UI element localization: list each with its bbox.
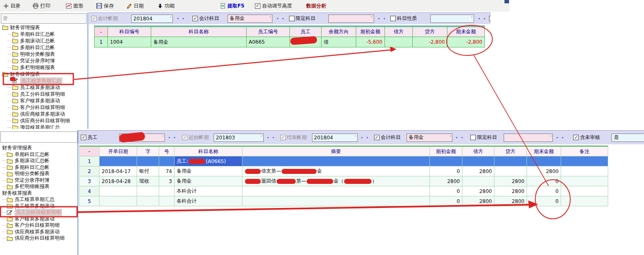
toolbar-graph-button[interactable]: 图形 — [66, 0, 83, 12]
end-period-filter[interactable]: 结束帐期 — [280, 134, 307, 141]
tree-item[interactable]: 明细分类帐报表 — [0, 171, 77, 177]
table-cell[interactable] — [137, 156, 159, 166]
subject-nature-filter[interactable]: 科目性质 — [390, 15, 417, 22]
table-cell[interactable]: 银付 — [137, 166, 159, 176]
tree-item[interactable]: 财务管理报表 — [0, 24, 87, 31]
column-header[interactable]: 备注 — [561, 146, 608, 156]
table-row[interactable]: 4本科合计0280028000 — [80, 186, 608, 196]
table-cell[interactable]: 2800 — [527, 166, 561, 176]
table-cell[interactable] — [137, 196, 159, 206]
column-header[interactable]: 期末金额 — [527, 146, 561, 156]
column-header[interactable]: 期初金额 — [430, 146, 462, 156]
column-header[interactable]: 员工 — [290, 27, 322, 37]
table-cell[interactable]: 0 — [430, 186, 462, 196]
tree-item-selected[interactable]: 员工分科目核算明细 — [0, 209, 77, 216]
table-cell[interactable]: 各科合计 — [175, 196, 242, 206]
table-cell[interactable] — [290, 37, 322, 47]
tree-item[interactable]: 多期滚动汇总帐 — [0, 37, 87, 44]
table-cell[interactable] — [242, 196, 430, 206]
table-cell[interactable]: 0 — [430, 196, 462, 206]
limit-subject-combo[interactable]: ˅ — [328, 15, 374, 23]
table-cell[interactable]: 3 — [159, 176, 175, 186]
table-cell[interactable]: 借 — [322, 37, 356, 47]
table-cell[interactable]: 5 — [80, 196, 100, 206]
toolbar-function-button[interactable]: 功能 — [157, 0, 175, 12]
include-unaudited-filter[interactable]: 含未审核 — [573, 134, 600, 141]
table-cell[interactable]: 0 — [430, 166, 462, 176]
table-cell[interactable]: 2800 — [494, 176, 527, 186]
employee-filter[interactable]: 员工 — [81, 134, 97, 141]
auto-height-checkbox[interactable] — [255, 3, 260, 9]
table-cell[interactable] — [137, 186, 159, 196]
account-subject-checkbox[interactable] — [192, 16, 198, 21]
column-header[interactable]: 贷方 — [413, 27, 447, 37]
start-period-combo[interactable]: 201803˅ — [214, 134, 264, 142]
tree-item[interactable]: 明细分类帐报表 — [0, 51, 87, 57]
toolbar-extract-f5-button[interactable]: 提取F5 — [220, 0, 245, 12]
tree-item[interactable]: 多期滚动汇总帐 — [0, 158, 77, 164]
browse-dots-button[interactable]: · · — [267, 135, 275, 141]
table-cell[interactable] — [561, 186, 608, 196]
column-header[interactable]: 员工编号 — [247, 27, 290, 37]
toolbar-save-button[interactable]: 保存 — [96, 0, 114, 12]
column-header[interactable]: 余额方向 — [322, 27, 356, 37]
toolbar-date-button[interactable]: 日期 — [126, 0, 144, 12]
column-header[interactable]: 科目名称 — [175, 146, 242, 156]
tree-item[interactable]: 客户核算多期滚动 — [0, 97, 87, 104]
table-cell[interactable] — [159, 186, 175, 196]
table-row[interactable]: 22018-04-17银付74备用金 借支第—金028002800 — [80, 166, 608, 176]
toolbar-print-button[interactable]: 打印 — [32, 0, 50, 12]
tree-item[interactable]: 客户分科目核算明细 — [0, 222, 77, 229]
chevron-down-icon[interactable]: ˅ — [371, 16, 373, 20]
table-cell[interactable]: 2800 — [462, 186, 494, 196]
tree-item[interactable]: 多栏明细账报表 — [0, 183, 77, 190]
column-header[interactable]: 摘要 — [242, 146, 430, 156]
tree-item[interactable]: 客户分科目核算明细 — [0, 104, 87, 111]
table-cell[interactable] — [561, 196, 608, 206]
tree-item[interactable]: 项目核算单期汇总 — [0, 124, 87, 129]
table-cell[interactable]: 员工:(A0665) — [175, 156, 242, 166]
table-cell[interactable] — [561, 156, 608, 166]
table-cell[interactable] — [159, 156, 175, 166]
column-header[interactable]: 期初金额 — [356, 27, 385, 37]
tree-item[interactable]: 客户核算多期滚动 — [0, 216, 77, 223]
table-cell[interactable] — [462, 176, 494, 186]
include-unaudited-value[interactable]: 是 — [612, 134, 644, 142]
table-cell[interactable] — [462, 156, 494, 166]
tree-item[interactable]: 供应商分科目核算明细 — [0, 235, 77, 242]
table-cell[interactable]: -2,800 — [447, 37, 485, 47]
chevron-down-icon[interactable]: ˅ — [449, 135, 451, 139]
account-subject-filter[interactable]: 会计科目 — [192, 15, 219, 22]
column-header[interactable]: 贷方 — [494, 146, 527, 156]
limit-subject-checkbox[interactable] — [470, 135, 476, 140]
table-cell[interactable]: 2 — [80, 166, 100, 176]
chevron-down-icon[interactable]: ˅ — [261, 135, 263, 139]
column-header[interactable]: 开单日期 — [100, 146, 137, 156]
tree-item[interactable]: 财务核算报表 — [0, 71, 87, 77]
table-cell[interactable]: 1 — [80, 156, 100, 166]
browse-dots-button[interactable]: · · — [456, 135, 464, 141]
table-cell[interactable]: 2800 — [494, 196, 527, 206]
column-header[interactable]: 期末金额 — [447, 27, 485, 37]
table-cell[interactable]: 现收 — [137, 176, 159, 186]
table-cell[interactable] — [385, 37, 413, 47]
subject-nature-combo[interactable]: ˅ — [430, 15, 474, 23]
tree-item[interactable]: 多期科目汇总帐 — [0, 44, 87, 51]
column-header[interactable]: - — [80, 146, 100, 156]
include-unaudited-checkbox[interactable] — [573, 135, 579, 140]
tree-item[interactable]: 单期科目汇总帐 — [0, 151, 77, 158]
table-cell[interactable]: -2,800 — [413, 37, 447, 47]
browse-dots-button[interactable]: · · — [168, 135, 176, 141]
bottom-tree-search-box[interactable] — [0, 131, 77, 143]
table-cell[interactable] — [494, 166, 527, 176]
column-header[interactable]: 科目编号 — [108, 27, 151, 37]
subject-clipped-checkbox[interactable] — [489, 16, 491, 21]
table-cell[interactable]: 借支第—金 — [242, 166, 430, 176]
employee-combo[interactable]: ˅ — [119, 134, 165, 142]
table-cell[interactable] — [494, 156, 527, 166]
table-cell[interactable]: 本科合计 — [175, 186, 242, 196]
table-cell[interactable]: 2800 — [462, 196, 494, 206]
table-cell[interactable]: 退回借第—金（） — [242, 176, 430, 186]
table-cell[interactable] — [242, 186, 430, 196]
limit-subject-checkbox[interactable] — [289, 16, 295, 21]
